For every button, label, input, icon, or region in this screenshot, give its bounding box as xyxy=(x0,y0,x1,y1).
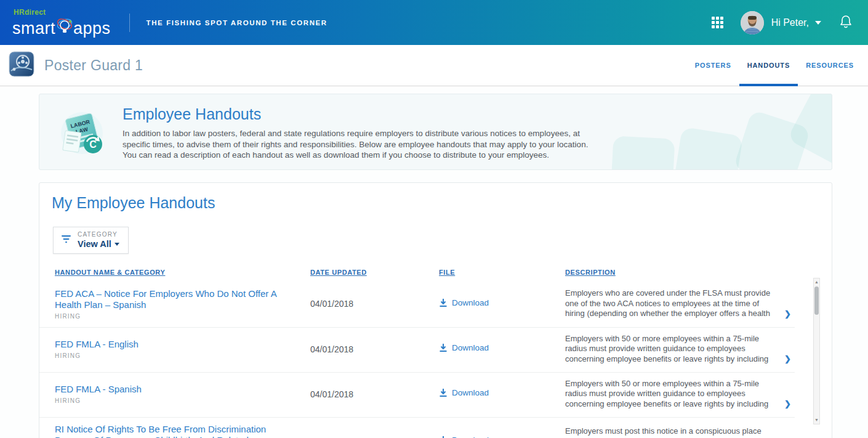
labor-law-handout-icon: LABOR LAW C xyxy=(58,110,105,169)
handout-description: Employers with 50 or more employees with… xyxy=(565,379,795,410)
brand-hrdirect: HRdirect xyxy=(14,9,111,16)
user-menu-caret-icon[interactable] xyxy=(815,21,821,25)
handout-name-link[interactable]: FED ACA – Notice For Employers Who Do No… xyxy=(55,288,292,310)
handout-category: HIRING xyxy=(55,397,292,404)
tagline: THE FISHING SPOT AROUND THE CORNER xyxy=(147,19,328,26)
header-divider xyxy=(129,14,130,32)
top-header: HRdirect smart apps THE FISHING SPOT ARO… xyxy=(0,0,868,45)
download-link[interactable]: Download xyxy=(439,343,489,352)
download-link[interactable]: Download xyxy=(439,388,489,397)
tab-handouts[interactable]: HANDOUTS xyxy=(739,45,798,86)
column-header-name[interactable]: HANDOUT NAME & CATEGORY xyxy=(55,269,310,276)
handout-rows: FED ACA – Notice For Employers Who Do No… xyxy=(39,282,795,438)
download-icon xyxy=(439,298,448,307)
date-updated: 04/01/2018 xyxy=(310,344,439,354)
date-updated: 04/01/2018 xyxy=(310,299,439,309)
filter-label: CATEGORY xyxy=(78,232,119,238)
my-employee-handouts-card: My Employee Handouts CATEGORY View All H… xyxy=(39,182,832,438)
description-expand-chevron-icon[interactable]: ❯ xyxy=(784,309,791,320)
category-filter-button[interactable]: CATEGORY View All xyxy=(53,227,129,254)
download-link[interactable]: Download xyxy=(439,298,489,307)
banner-description: In addition to labor law posters, federa… xyxy=(123,128,601,161)
download-icon xyxy=(439,436,448,438)
app-bar: Poster Guard 1 POSTERS HANDOUTS RESOURCE… xyxy=(0,45,868,86)
handout-category: HIRING xyxy=(55,352,292,359)
filter-value: View All xyxy=(78,240,111,249)
avatar[interactable] xyxy=(741,11,764,34)
table-row: FED FMLA - English HIRING 04/01/2018 Dow… xyxy=(39,328,795,373)
handout-name-link[interactable]: RI Notice Of Rights To Be Free From Disc… xyxy=(55,424,292,438)
table-row: RI Notice Of Rights To Be Free From Disc… xyxy=(39,418,795,438)
user-greeting: Hi Peter, xyxy=(771,17,809,28)
handout-category: HIRING xyxy=(55,313,292,320)
brand-logo[interactable]: HRdirect smart apps xyxy=(12,9,111,37)
poster-guard-app-icon xyxy=(9,51,34,79)
download-icon xyxy=(439,343,448,352)
column-header-description[interactable]: DESCRIPTION xyxy=(565,269,795,276)
description-expand-chevron-icon[interactable]: ❯ xyxy=(784,399,791,410)
page-title: Poster Guard 1 xyxy=(44,57,143,74)
banner-title: Employee Handouts xyxy=(123,105,601,123)
svg-text:C: C xyxy=(89,139,97,150)
decorative-square xyxy=(673,127,743,170)
column-header-date[interactable]: DATE UPDATED xyxy=(310,269,439,276)
column-header-file[interactable]: FILE xyxy=(439,269,565,276)
brand-apps: apps xyxy=(73,20,111,37)
scrollbar-up-arrow-icon[interactable]: ▲ xyxy=(814,279,819,285)
scrollbar-thumb[interactable] xyxy=(814,286,819,315)
app-launcher-icon[interactable] xyxy=(712,17,723,28)
tab-resources[interactable]: RESOURCES xyxy=(798,45,862,86)
filter-caret-icon xyxy=(115,243,119,246)
description-expand-chevron-icon[interactable]: ❯ xyxy=(784,354,791,365)
download-link[interactable]: Download xyxy=(439,436,489,438)
handout-name-link[interactable]: FED FMLA - Spanish xyxy=(55,384,292,395)
handout-description: Employers who are covered under the FLSA… xyxy=(565,288,795,319)
download-icon xyxy=(439,388,448,397)
handout-description: Employers with 50 or more employees with… xyxy=(565,334,795,365)
table-scrollbar[interactable]: ▲ ▼ xyxy=(813,278,820,424)
handout-name-link[interactable]: FED FMLA - English xyxy=(55,339,292,350)
table-row: FED ACA – Notice For Employers Who Do No… xyxy=(39,282,795,328)
filter-icon xyxy=(61,234,71,246)
brand-smart: smart xyxy=(12,20,55,37)
table-row: FED FMLA - Spanish HIRING 04/01/2018 Dow… xyxy=(39,373,795,418)
nav-tabs: POSTERS HANDOUTS RESOURCES xyxy=(687,45,868,86)
lightbulb-icon xyxy=(57,17,73,38)
handout-description: Employers must post this notice in a con… xyxy=(565,426,795,438)
date-updated: 04/01/2018 xyxy=(310,389,439,399)
section-title: My Employee Handouts xyxy=(52,194,832,212)
tab-posters[interactable]: POSTERS xyxy=(687,45,739,86)
table-header: HANDOUT NAME & CATEGORY DATE UPDATED FIL… xyxy=(39,269,795,276)
scrollbar-down-arrow-icon[interactable]: ▼ xyxy=(814,417,819,423)
notifications-bell-icon[interactable] xyxy=(840,15,852,31)
decorative-square xyxy=(610,136,675,170)
employee-handouts-banner: LABOR LAW C Employee Handouts In additio… xyxy=(39,94,832,170)
